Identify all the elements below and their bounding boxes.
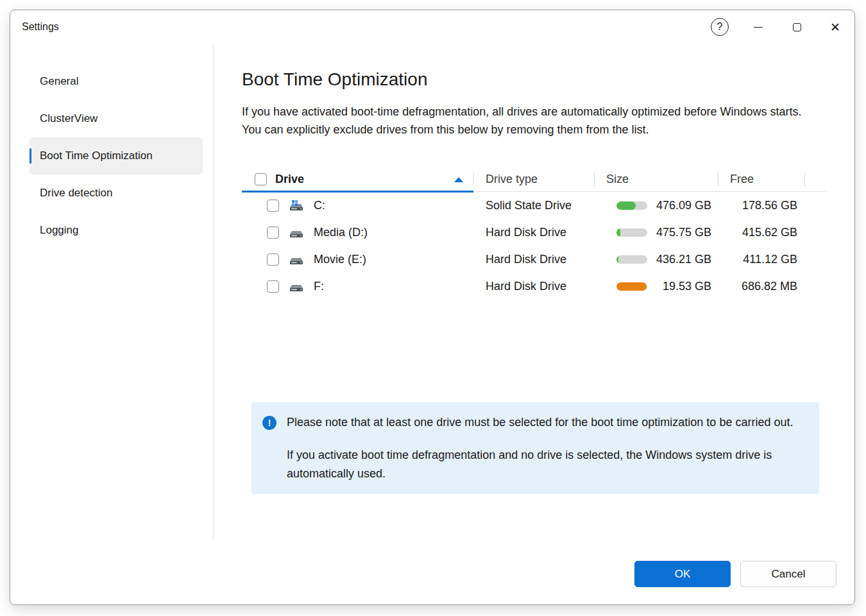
usage-bar-fill [616, 228, 620, 237]
drive-free: 178.56 GB [718, 199, 804, 212]
drive-table: Drive Drive type Size Free [242, 167, 826, 300]
close-button[interactable]: ✕ [816, 13, 854, 41]
hard-drive-icon [288, 253, 305, 265]
minimize-button[interactable] [739, 13, 777, 41]
page-description: If you have activated boot-time defragme… [242, 103, 806, 139]
info-text: Please note that at least one drive must… [287, 413, 794, 483]
drive-checkbox[interactable] [267, 200, 279, 212]
sidebar-item-logging[interactable]: Logging [30, 212, 203, 249]
dialog-footer: OK Cancel [634, 561, 836, 587]
settings-window: Settings ? ✕ General ClusterView [10, 10, 855, 605]
sidebar-item-drive-detection[interactable]: Drive detection [30, 175, 203, 212]
column-header-drive-type[interactable]: Drive type [473, 167, 594, 191]
sort-ascending-icon [454, 177, 463, 182]
drive-checkbox[interactable] [267, 253, 279, 266]
drive-label: Media (D:) [314, 226, 368, 239]
page-title: Boot Time Optimization [242, 69, 854, 90]
window-controls: ? ✕ [700, 10, 854, 44]
column-header-spacer [804, 167, 826, 191]
column-header-label: Drive [275, 173, 304, 186]
maximize-button[interactable] [777, 13, 816, 41]
table-row[interactable]: Media (D:) Hard Disk Drive 475.75 GB 415… [242, 219, 826, 246]
drive-label: C: [314, 199, 325, 212]
selected-indicator [30, 148, 31, 164]
table-row[interactable]: C: Solid State Drive 476.09 GB 178.56 GB [242, 192, 826, 219]
drive-type: Hard Disk Drive [473, 226, 594, 239]
select-all-checkbox[interactable] [255, 173, 267, 185]
drive-type: Hard Disk Drive [473, 253, 594, 266]
sidebar-divider [213, 44, 214, 540]
table-row[interactable]: Movie (E:) Hard Disk Drive 436.21 GB 411… [242, 246, 826, 273]
window-title: Settings [22, 21, 59, 33]
window-body: General ClusterView Boot Time Optimizati… [10, 44, 854, 604]
drive-free: 411.12 GB [718, 253, 804, 266]
table-row[interactable]: F: Hard Disk Drive 19.53 GB 686.82 MB [242, 273, 826, 300]
info-paragraph: Please note that at least one drive must… [287, 413, 794, 432]
drive-label: Movie (E:) [314, 253, 366, 266]
titlebar: Settings ? ✕ [10, 10, 854, 44]
help-icon: ? [711, 18, 729, 36]
usage-bar [616, 228, 647, 237]
sidebar-item-clusterview[interactable]: ClusterView [30, 100, 203, 137]
maximize-icon [793, 23, 801, 31]
sidebar: General ClusterView Boot Time Optimizati… [10, 44, 213, 604]
drive-checkbox[interactable] [267, 280, 279, 293]
hard-drive-icon [288, 227, 305, 238]
sidebar-item-boot-time-optimization[interactable]: Boot Time Optimization [30, 137, 203, 175]
sidebar-item-label: General [40, 75, 78, 88]
info-paragraph: If you activate boot time defragmentatio… [287, 446, 794, 483]
system-drive-icon [288, 200, 305, 211]
info-icon: ! [262, 416, 276, 430]
cancel-button[interactable]: Cancel [740, 561, 836, 587]
drive-type: Hard Disk Drive [473, 280, 594, 293]
usage-bar-fill [616, 201, 636, 210]
usage-bar [616, 201, 647, 210]
sidebar-item-label: Logging [40, 224, 79, 237]
drive-free: 686.82 MB [718, 280, 804, 293]
hard-drive-icon [288, 280, 305, 292]
sidebar-item-general[interactable]: General [30, 63, 203, 100]
help-button[interactable]: ? [700, 13, 739, 41]
content-area: Boot Time Optimization If you have activ… [213, 44, 854, 604]
sidebar-item-label: Boot Time Optimization [40, 150, 153, 162]
table-header: Drive Drive type Size Free [242, 167, 826, 192]
ok-button[interactable]: OK [634, 561, 731, 587]
drive-size: 476.09 GB [656, 199, 711, 212]
sidebar-item-label: ClusterView [40, 112, 98, 125]
minimize-icon [754, 27, 763, 28]
drive-type: Solid State Drive [473, 199, 594, 212]
drive-label: F: [314, 280, 324, 293]
usage-bar [616, 282, 647, 291]
info-box: ! Please note that at least one drive mu… [251, 402, 819, 494]
column-header-free[interactable]: Free [718, 167, 804, 191]
column-header-size[interactable]: Size [594, 167, 718, 191]
drive-size: 436.21 GB [656, 253, 711, 266]
usage-bar-fill [616, 282, 647, 291]
drive-size: 19.53 GB [663, 280, 711, 293]
usage-bar-fill [616, 255, 618, 264]
usage-bar [616, 255, 647, 264]
drive-checkbox[interactable] [267, 227, 279, 239]
drive-free: 415.62 GB [718, 226, 804, 239]
sidebar-item-label: Drive detection [40, 187, 112, 200]
close-icon: ✕ [830, 21, 840, 33]
drive-size: 475.75 GB [656, 226, 711, 239]
column-header-drive[interactable]: Drive [242, 167, 473, 191]
